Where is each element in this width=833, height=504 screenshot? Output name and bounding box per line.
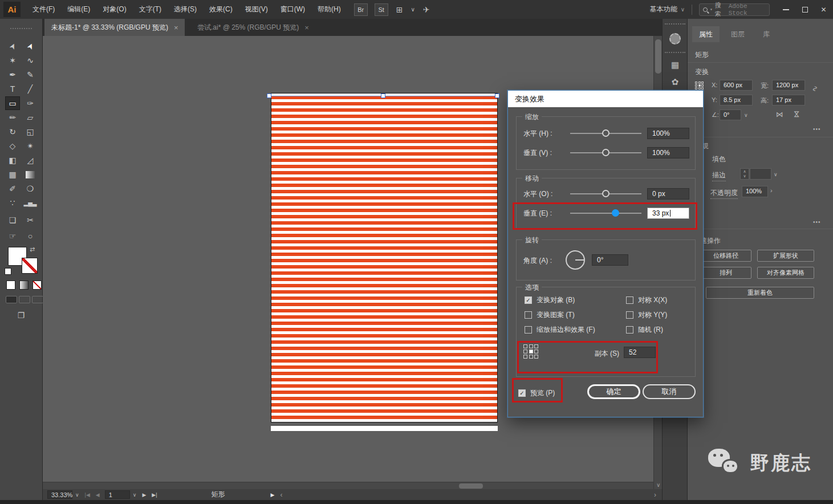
ok-button[interactable]: 确定 [587,384,640,399]
y-input[interactable]: 8.5 px [720,95,753,105]
arrange-button[interactable]: 排列 [700,267,751,279]
last-artboard-icon[interactable]: ▶| [152,492,157,498]
color-mode-button[interactable] [6,281,15,290]
pen-tool[interactable]: ✒ [5,68,20,82]
opacity-input[interactable]: 100% [742,186,768,197]
menu-edit[interactable]: 编辑(E) [61,0,96,19]
selection-handle[interactable] [495,94,499,98]
angle-input[interactable]: 0° [592,254,628,266]
artboard-number-select[interactable]: 1 [105,490,130,499]
link-dimensions-icon[interactable]: ∿ [811,86,819,92]
draw-behind-button[interactable] [19,296,30,303]
draw-normal-button[interactable] [6,296,17,303]
flip-vertical-icon[interactable]: ⋈ [793,111,801,118]
menu-type[interactable]: 文字(T) [133,0,168,19]
none-mode-button[interactable] [32,281,42,290]
scale-tool[interactable]: ◱ [23,125,38,139]
draw-inside-button[interactable] [32,296,43,303]
curvature-tool[interactable]: ✎ [23,68,38,82]
chevron-down-icon[interactable]: ∨ [774,172,778,177]
previous-artboard-icon[interactable]: ◀ [96,492,100,498]
brushes-panel-icon[interactable]: ✿ [663,77,688,87]
reference-point-locator[interactable] [695,82,704,90]
default-fill-stroke-icon[interactable] [5,268,11,275]
share-icon[interactable]: ✈ [423,5,430,14]
rectangle-tool[interactable]: ▭ [5,96,20,110]
striped-rectangle-object[interactable] [271,96,497,421]
direct-selection-tool[interactable]: ➤ [23,39,38,53]
selection-handle[interactable] [267,94,271,98]
opacity-label[interactable]: 不透明度 [710,188,738,199]
hand-tool[interactable]: ☞ [5,229,20,243]
color-themes-icon[interactable] [669,33,681,44]
tab-properties[interactable]: 属性 [692,26,720,42]
stroke-weight-stepper[interactable]: ∧∨ [740,168,749,180]
close-icon[interactable]: × [304,23,309,32]
random-checkbox[interactable] [626,326,633,334]
slice-tool[interactable]: ✂ [23,213,38,227]
menu-object[interactable]: 对象(O) [96,0,132,19]
status-chevron-right-icon[interactable]: › [654,491,656,499]
menu-effect[interactable]: 效果(C) [203,0,239,19]
selection-handle[interactable] [381,94,385,98]
close-icon[interactable]: × [174,23,178,32]
more-options-icon[interactable]: ••• [813,219,821,225]
cancel-button[interactable]: 取消 [643,384,696,399]
document-tab-2[interactable]: 尝试.ai* @ 25% (RGB/GPU 预览) × [190,19,316,36]
scroll-down-icon[interactable]: ∨ [656,482,660,488]
angle-select[interactable]: 0° [720,109,741,120]
width-input[interactable]: 1200 px [772,80,805,91]
more-options-icon[interactable]: ••• [813,126,821,132]
eraser-tool[interactable]: ▱ [23,111,38,124]
menu-select[interactable]: 选择(S) [168,0,203,19]
status-chevron-left-icon[interactable]: ‹ [280,491,282,499]
dialog-title-bar[interactable]: 变换效果 [508,91,703,107]
bridge-button[interactable]: Br [354,3,368,16]
workspace-switcher[interactable]: 基本功能 ∨ [650,5,685,14]
menu-window[interactable]: 窗口(W) [274,0,311,19]
shape-builder-tool[interactable]: ◧ [5,153,20,167]
menu-file[interactable]: 文件(F) [26,0,61,19]
status-play-icon[interactable]: ▶ [271,492,275,498]
stroke-weight-input[interactable] [750,168,771,180]
width-tool[interactable]: ◇ [5,139,20,153]
menu-help[interactable]: 帮助(H) [311,0,347,19]
zoom-tool[interactable]: ○ [23,229,38,243]
recolor-button[interactable]: 重新着色 [706,287,814,299]
next-artboard-icon[interactable]: ▶ [142,492,146,498]
move-horizontal-input[interactable]: 0 px [647,188,689,200]
slider-handle[interactable] [602,190,609,197]
align-pixel-grid-button[interactable]: 对齐像素网格 [757,267,814,279]
stroke-label[interactable]: 描边 [712,170,726,181]
minimize-button[interactable] [777,2,795,18]
stock-search-input[interactable]: ▾ 搜索 Adobe Stock [699,3,770,16]
scale-horizontal-input[interactable]: 100% [647,128,689,139]
reflect-x-checkbox[interactable] [626,296,633,304]
stroke-color-swatch[interactable] [22,258,38,274]
chevron-right-icon[interactable]: › [770,187,773,194]
mesh-tool[interactable]: ▦ [5,168,20,181]
tab-libraries[interactable]: 库 [756,26,777,42]
transform-patterns-checkbox[interactable] [525,311,532,319]
rotate-tool[interactable]: ↻ [5,125,20,139]
zoom-level-select[interactable]: 33.33% [47,490,72,499]
eyedropper-tool[interactable]: ✐ [5,182,20,196]
column-graph-tool[interactable]: ▂▅▃ [23,196,38,210]
screen-mode-button[interactable]: ❐ [14,308,29,322]
move-horizontal-slider[interactable] [570,193,641,194]
horizontal-scrollbar-thumb[interactable] [459,483,483,489]
perspective-grid-tool[interactable]: ◿ [23,153,38,167]
selection-tool[interactable]: ➤ [5,39,20,53]
menu-view[interactable]: 视图(V) [239,0,274,19]
angle-dial[interactable] [566,250,585,270]
chevron-down-icon[interactable]: ∨ [744,112,748,118]
x-input[interactable]: 600 px [720,80,753,91]
shaper-tool[interactable]: ✏ [5,111,20,124]
flip-horizontal-icon[interactable]: ⋈ [776,110,783,119]
swap-fill-stroke-icon[interactable]: ⇄ [30,246,35,253]
gradient-tool[interactable] [23,168,38,181]
vertical-scrollbar-thumb[interactable] [655,39,661,74]
transform-objects-checkbox[interactable] [525,296,532,304]
scale-horizontal-slider[interactable] [570,133,641,134]
type-tool[interactable]: T [5,82,20,96]
